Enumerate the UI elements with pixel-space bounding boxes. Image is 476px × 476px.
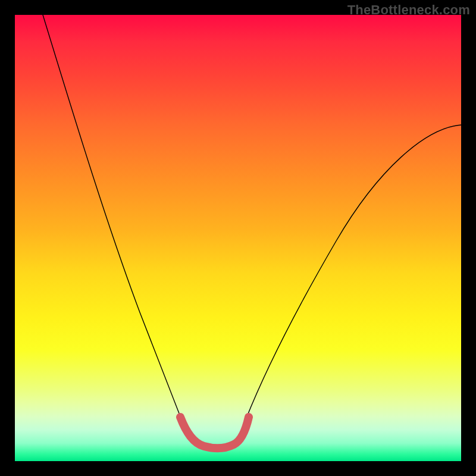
bottleneck-curve-svg [15, 15, 461, 461]
curve-left-branch [43, 15, 181, 419]
chart-stage: TheBottleneck.com [0, 0, 476, 476]
plot-area [15, 15, 461, 461]
curve-right-branch [246, 125, 461, 419]
curve-valley-highlight [180, 417, 249, 448]
